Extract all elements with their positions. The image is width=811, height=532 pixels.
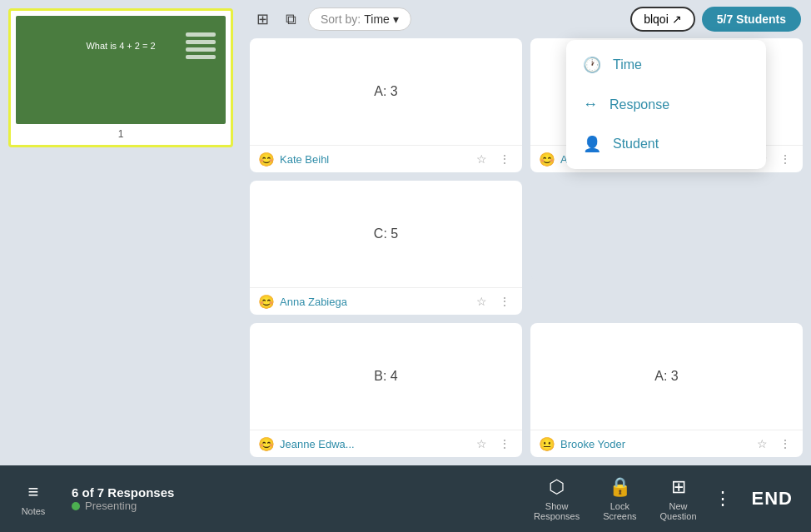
lock-icon: 🔒	[609, 476, 631, 498]
responses-info: 6 of 7 Responses Presenting	[58, 485, 522, 512]
end-button[interactable]: END	[742, 483, 803, 515]
sort-value: Time	[364, 12, 390, 26]
notes-label: Notes	[22, 506, 46, 516]
slide-question-text: What is 4 + 2 = 2	[86, 41, 155, 51]
sort-label: Sort by:	[321, 12, 361, 26]
card-footer: 😐 Brooke Yoder ☆ ⋮	[530, 430, 803, 457]
student-name: Kate Beihl	[280, 153, 468, 166]
more-options-button[interactable]: ⋮	[776, 435, 794, 452]
class-code-value: blqoi	[644, 12, 669, 26]
star-button[interactable]: ☆	[473, 151, 490, 167]
sort-dropdown-menu: 🕐 Time ↔ Response 👤 Student	[566, 40, 766, 169]
grid-view-button[interactable]: ⊞	[251, 7, 274, 32]
student-emoji: 😊	[258, 436, 275, 452]
grid-icon: ⊞	[256, 10, 269, 28]
card-answer: A: 3	[250, 38, 522, 145]
student-name: Anna Zabiega	[280, 296, 468, 308]
responses-count: 6 of 7 Responses	[72, 485, 174, 500]
clock-icon: 🕐	[583, 56, 601, 74]
lock-screens-label: LockScreens	[603, 501, 636, 521]
card-footer: 😊 Kate Beihl ☆ ⋮	[250, 145, 522, 172]
response-card: A: 3 😐 Brooke Yoder ☆ ⋮	[530, 323, 803, 457]
star-button[interactable]: ☆	[473, 293, 490, 310]
slide-inner: What is 4 + 2 = 2	[16, 16, 226, 124]
more-options-button[interactable]: ⋮	[495, 435, 514, 452]
show-responses-icon: ⬡	[549, 476, 565, 498]
student-emoji: 😊	[258, 152, 275, 167]
layers-button[interactable]: ⧉	[281, 7, 301, 32]
student-name: Brooke Yoder	[560, 438, 749, 450]
bottom-right-controls: ⋮ END	[709, 483, 803, 515]
student-icon: 👤	[583, 135, 601, 153]
new-question-icon: ⊞	[671, 476, 686, 498]
class-code-button[interactable]: blqoi ↗	[630, 7, 695, 32]
presenting-row: Presenting	[72, 500, 137, 512]
new-question-label: NewQuestion	[660, 501, 697, 521]
empty-slot	[530, 181, 803, 281]
response-icon: ↔	[583, 96, 598, 113]
bottom-toolbar: ≡ Notes 6 of 7 Responses Presenting ⬡ Sh…	[0, 465, 811, 532]
presenting-label: Presenting	[85, 500, 137, 512]
response-card: A: 3 😊 Kate Beihl ☆ ⋮	[250, 38, 522, 172]
star-button[interactable]: ☆	[473, 435, 490, 452]
notes-button[interactable]: ≡ Notes	[8, 476, 58, 521]
card-answer: C: 5	[250, 181, 522, 287]
star-button[interactable]: ☆	[754, 435, 771, 452]
slide-number: 1	[16, 128, 226, 140]
sort-dropdown[interactable]: Sort by: Time ▾	[308, 7, 411, 31]
students-count: 5/7 Students	[717, 12, 786, 26]
slide-thumbnail[interactable]: What is 4 + 2 = 2 1	[8, 8, 233, 147]
sort-response-label: Response	[609, 97, 669, 112]
content-area: ⊞ ⧉ Sort by: Time ▾ 🕐 Time ↔ Response	[241, 0, 811, 465]
sidebar: What is 4 + 2 = 2 1	[0, 0, 241, 465]
live-indicator	[72, 502, 80, 510]
card-footer: 😊 Anna Zabiega ☆ ⋮	[250, 287, 522, 315]
slide-lines-decoration	[186, 32, 216, 59]
sort-student-label: Student	[613, 137, 659, 152]
more-options-button[interactable]: ⋮	[495, 151, 514, 167]
card-answer: A: 3	[530, 323, 803, 430]
external-link-icon: ↗	[672, 12, 682, 26]
notes-icon: ≡	[28, 481, 39, 503]
sort-response-option[interactable]: ↔ Response	[566, 85, 766, 124]
card-answer: B: 4	[250, 323, 522, 430]
more-menu-button[interactable]: ⋮	[709, 483, 737, 515]
student-emoji: 😐	[539, 436, 555, 452]
student-emoji: 😊	[539, 152, 555, 167]
student-emoji: 😊	[258, 294, 275, 310]
more-options-button[interactable]: ⋮	[495, 293, 514, 310]
sort-student-option[interactable]: 👤 Student	[566, 124, 766, 164]
response-card: B: 4 😊 Jeanne Edwa... ☆ ⋮	[250, 323, 522, 457]
lock-screens-button[interactable]: 🔒 LockScreens	[591, 471, 648, 526]
layers-icon: ⧉	[286, 11, 296, 28]
sort-time-option[interactable]: 🕐 Time	[566, 45, 766, 85]
new-question-button[interactable]: ⊞ NewQuestion	[649, 471, 709, 526]
top-bar: ⊞ ⧉ Sort by: Time ▾ 🕐 Time ↔ Response	[241, 0, 811, 38]
card-footer: 😊 Jeanne Edwa... ☆ ⋮	[250, 430, 522, 457]
students-button[interactable]: 5/7 Students	[702, 7, 801, 32]
show-responses-label: ShowResponses	[534, 501, 580, 521]
student-name: Jeanne Edwa...	[280, 438, 468, 450]
chevron-down-icon: ▾	[393, 12, 399, 26]
more-options-button[interactable]: ⋮	[776, 151, 794, 167]
response-card: C: 5 😊 Anna Zabiega ☆ ⋮	[250, 181, 522, 315]
end-label: END	[752, 488, 793, 509]
show-responses-button[interactable]: ⬡ ShowResponses	[522, 471, 591, 526]
sort-time-label: Time	[613, 57, 642, 72]
